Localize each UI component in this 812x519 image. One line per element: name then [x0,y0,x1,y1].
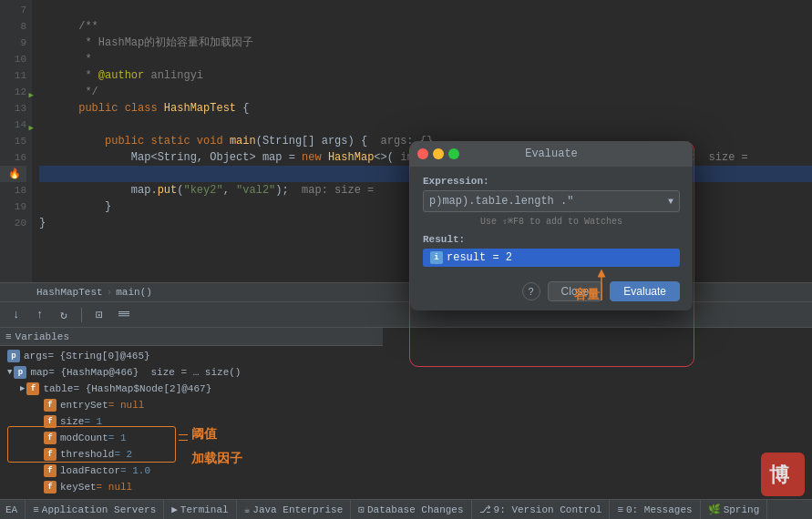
expression-text: p)map).table.length ." [429,195,668,208]
breadcrumb-separator: › [107,287,113,298]
expression-dropdown[interactable]: ▼ [668,197,673,207]
minimize-traffic-light[interactable] [433,148,444,159]
var-map: ▼ p map = {HashMap@466} size = … size() [0,364,383,381]
result-text: result = 2 [447,251,512,264]
code-line-11: */ [39,67,812,84]
variables-list: p args = {String[0]@465} ▼ p map = {Hash… [0,346,383,497]
status-item-java[interactable]: ☕ Java Enterprise [237,500,352,519]
variables-panel-header: ≡ Variables [0,328,383,346]
var-size-icon: f [44,415,57,428]
status-item-spring[interactable]: 🌿 Spring [701,500,768,519]
threshold-arrow [179,434,188,435]
var-args-icon: p [7,350,20,362]
code-line-14: public static void main(String[] args) {… [39,117,812,133]
line-numbers: 7 8 9 10 11 12 ▶ 13 14 ▶ 15 16 🔥 18 19 2… [0,0,32,282]
result-icon: i [430,251,443,264]
expression-hint: Use ⇧⌘F8 to add to Watches [423,216,680,227]
loadfactor-arrow [179,440,188,441]
status-item-vcs[interactable]: ⎇ 9: Version Control [472,500,611,519]
status-java-icon: ☕ [244,504,251,515]
var-keyset: f keySet = null [0,479,383,495]
status-terminal-icon: ▶ [171,504,178,515]
variables-title: Variables [15,331,69,342]
var-args: p args = {String[0]@465} [0,348,383,364]
status-item-db[interactable]: ⊡ Database Changes [351,500,471,519]
status-vcs-label: 9: Version Control [494,504,602,515]
dialog-title: Evaluate [525,148,578,160]
toolbar-step-over[interactable]: ↓ [7,306,26,324]
status-java-label: Java Enterprise [252,504,343,515]
corner-logo: 博 [761,453,805,496]
code-line-8: * HashMap的初始容量和加载因子 [39,18,812,35]
var-threshold-icon: f [44,448,57,461]
capacity-label: 容量 [574,287,600,303]
result-label: Result: [423,234,680,245]
status-messages-label: 0: Messages [626,504,693,515]
table-expand-arrow[interactable]: ▶ [20,381,25,397]
status-item-app-servers[interactable]: ≡ Application Servers [26,500,164,519]
toolbar-step-into[interactable]: ↻ [55,306,73,324]
status-spring-label: Spring [724,504,760,515]
status-db-icon: ⊡ [358,504,365,515]
toolbar-sep-1 [81,308,82,322]
variables-icon: ≡ [5,331,12,342]
status-spring-icon: 🌿 [708,504,721,515]
status-item-ea[interactable]: EA [0,500,26,519]
code-line-10: * @author anlingyi [39,51,812,67]
code-line-7: /** [39,2,812,18]
status-item-terminal[interactable]: ▶ Terminal [164,500,236,519]
status-db-label: Database Changes [367,504,464,515]
code-line-13 [39,100,812,117]
breadcrumb-method: main() [116,287,152,298]
var-table: ▶ f table = {HashMap$Node[2]@467} [0,381,383,397]
var-entryset: f entrySet = null [0,397,383,413]
traffic-lights [417,148,459,159]
status-vcs-icon: ⎇ [479,504,491,515]
var-map-icon: p [14,366,26,379]
code-line-12: public class HashMapTest { [39,84,812,100]
variables-panel: ≡ Variables p args = {String[0]@465} ▼ p… [0,328,383,499]
loadfactor-label: 加载因子 [191,451,242,467]
var-table-icon: f [26,382,39,395]
close-traffic-light[interactable] [417,148,428,159]
logo-inner: 博 [761,453,805,496]
toolbar-frames[interactable]: ⊡ [90,306,108,324]
breadcrumb-class: HashMapTest [36,287,103,298]
toolbar-step-out[interactable]: ↑ [31,306,49,324]
threshold-label: 阈值 [191,426,217,443]
status-app-servers-label: Application Servers [42,504,156,515]
svg-text:博: 博 [769,463,790,486]
status-app-servers-icon: ≡ [33,504,39,515]
status-item-messages[interactable]: ≡ 0: Messages [610,500,700,519]
status-terminal-label: Terminal [180,504,229,515]
status-messages-icon: ≡ [617,504,623,515]
evaluate-button[interactable]: Evaluate [610,281,680,301]
maximize-traffic-light[interactable] [448,148,459,159]
expression-input-row[interactable]: p)map).table.length ." ▼ [423,190,680,212]
status-bar: EA ≡ Application Servers ▶ Terminal ☕ Ja… [0,499,812,519]
var-loadfactor-icon: f [44,464,57,477]
toolbar-variables[interactable]: ≡≡ [114,306,132,324]
code-line-9: * [39,35,812,51]
map-expand-arrow[interactable]: ▼ [7,364,12,381]
var-entryset-icon: f [44,399,57,412]
status-ea-label: EA [5,504,17,515]
var-keyset-icon: f [44,481,57,494]
dialog-titlebar: Evaluate [410,141,693,167]
var-modcount-icon: f [44,432,57,444]
expression-label: Expression: [423,176,680,187]
